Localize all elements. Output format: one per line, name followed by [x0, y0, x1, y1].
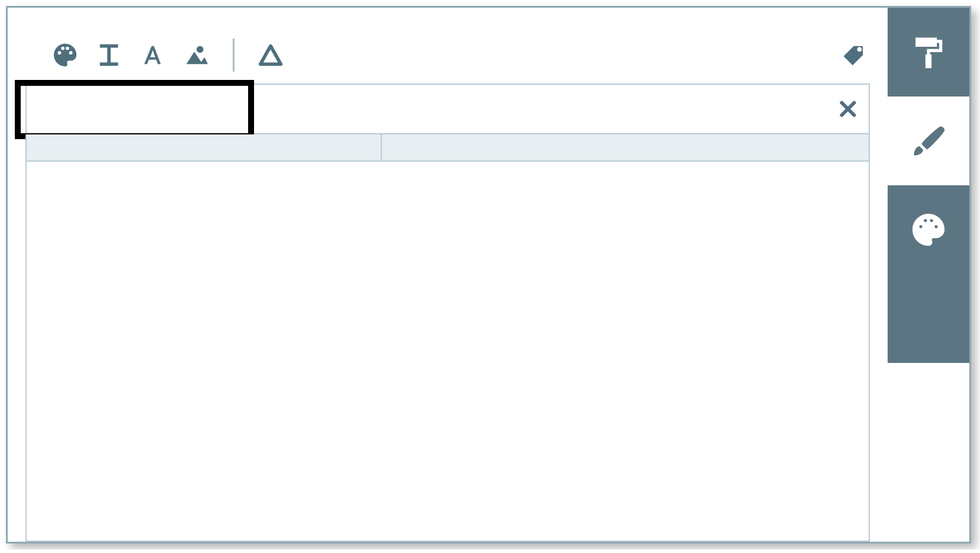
- toolbar-separator: [233, 38, 234, 72]
- css-tool-button[interactable]: [888, 274, 969, 363]
- search-field-container: [25, 83, 870, 134]
- header-value: [382, 134, 869, 160]
- brush-tool-button[interactable]: [888, 97, 969, 185]
- svg-rect-6: [926, 55, 931, 67]
- palette-tool-button[interactable]: [888, 185, 969, 274]
- right-sidebar: [888, 8, 969, 542]
- filter-toolbar: [8, 38, 888, 83]
- header-theme-parameter: [27, 134, 382, 160]
- palette-filter-icon[interactable]: [50, 40, 80, 70]
- tag-view-icon[interactable]: [837, 40, 866, 70]
- delta-filter-icon[interactable]: [256, 40, 285, 70]
- clear-search-icon[interactable]: [827, 85, 869, 133]
- main-area: [8, 8, 888, 542]
- expert-panel: [6, 6, 971, 544]
- table-header: [27, 134, 869, 162]
- search-input[interactable]: [27, 85, 827, 133]
- font-filter-icon[interactable]: [138, 40, 168, 70]
- roller-tool-button[interactable]: [888, 8, 969, 97]
- parameter-table: [25, 134, 870, 542]
- image-filter-icon[interactable]: [182, 40, 211, 70]
- svg-point-3: [197, 46, 204, 53]
- dimension-filter-icon[interactable]: [94, 40, 124, 70]
